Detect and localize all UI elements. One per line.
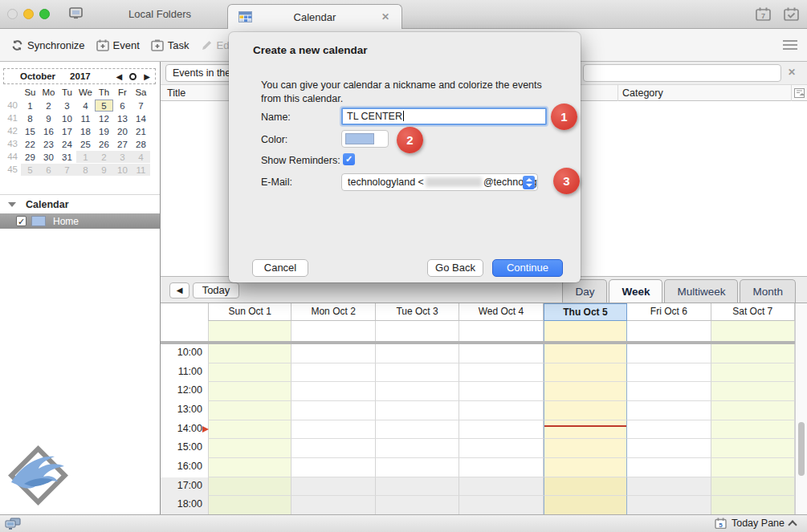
chevron-down-icon[interactable] (8, 202, 16, 207)
tasks-view-icon[interactable] (784, 7, 799, 21)
mini-cal-date[interactable]: 29 (21, 151, 39, 163)
allday-cell[interactable] (627, 321, 711, 341)
mini-cal-date[interactable]: 25 (76, 138, 95, 150)
hour-cell[interactable] (208, 401, 291, 420)
hour-cell[interactable] (208, 439, 291, 458)
hour-cell[interactable] (291, 363, 375, 383)
hour-cell[interactable] (627, 477, 711, 497)
window-zoom-button[interactable] (39, 9, 50, 19)
allday-cell[interactable] (208, 321, 291, 341)
hour-cell[interactable] (627, 458, 711, 477)
mini-cal-date[interactable]: 16 (39, 125, 58, 137)
hour-cell[interactable] (627, 439, 711, 458)
mini-cal-date[interactable]: 9 (39, 112, 58, 124)
hour-cell[interactable] (208, 420, 291, 440)
search-input[interactable] (583, 64, 781, 82)
scrollbar-thumb[interactable] (798, 422, 805, 476)
mini-cal-date[interactable]: 9 (95, 164, 113, 176)
close-icon[interactable]: ✕ (379, 10, 392, 23)
new-event-button[interactable]: Event (96, 39, 140, 51)
mini-cal-date[interactable]: 24 (58, 138, 76, 150)
next-month-icon[interactable]: ▶ (144, 72, 150, 81)
hour-cell[interactable] (711, 363, 795, 383)
hour-cell[interactable] (376, 477, 459, 497)
clear-search-icon[interactable]: ✕ (788, 67, 796, 78)
today-button[interactable]: Today (193, 282, 239, 298)
allday-cell[interactable] (459, 321, 543, 341)
mini-cal-date[interactable]: 5 (95, 99, 113, 112)
synchronize-button[interactable]: Synchronize (11, 39, 85, 51)
tab-calendar[interactable]: Calendar ✕ (227, 4, 402, 29)
window-minimize-button[interactable] (23, 9, 34, 19)
mini-cal-date[interactable]: 19 (95, 125, 113, 137)
mini-cal-date[interactable]: 5 (21, 164, 39, 176)
hour-cell[interactable] (208, 382, 291, 401)
app-menu-icon[interactable] (783, 40, 797, 50)
day-header[interactable]: Fri Oct 6 (627, 303, 711, 321)
hour-cell[interactable] (711, 420, 795, 440)
view-tab-week[interactable]: Week (609, 279, 662, 303)
hour-cell[interactable] (376, 344, 459, 363)
today-pane-toggle[interactable]: 5 Today Pane (715, 518, 796, 529)
mini-cal-date[interactable]: 3 (58, 99, 76, 112)
mini-cal-date[interactable]: 6 (39, 164, 58, 176)
view-tab-multiweek[interactable]: Multiweek (664, 279, 738, 303)
hour-cell[interactable] (459, 420, 543, 440)
continue-button[interactable]: Continue (492, 259, 563, 277)
hour-cell[interactable] (208, 477, 291, 497)
mini-cal-date[interactable]: 2 (39, 99, 58, 112)
go-back-button[interactable]: Go Back (427, 259, 483, 277)
allday-cell[interactable] (544, 321, 627, 341)
hour-cell[interactable] (459, 401, 543, 420)
window-close-button[interactable] (7, 9, 18, 19)
hour-cell[interactable] (376, 439, 459, 458)
hour-cell[interactable] (711, 496, 795, 515)
color-picker-button[interactable] (341, 130, 389, 148)
new-task-button[interactable]: Task (151, 39, 190, 51)
hour-cell[interactable] (459, 439, 543, 458)
network-status-icon[interactable] (5, 518, 22, 530)
column-title[interactable]: Title (167, 87, 185, 99)
mini-cal-date[interactable]: 26 (95, 138, 113, 150)
hour-cell[interactable] (544, 382, 627, 401)
hour-cell[interactable] (291, 401, 375, 420)
hour-cell[interactable] (544, 458, 627, 477)
mini-cal-date[interactable]: 4 (76, 99, 95, 112)
column-picker-icon[interactable] (791, 85, 807, 101)
column-category[interactable]: Category (622, 87, 663, 99)
hour-cell[interactable] (544, 363, 627, 383)
hour-cell[interactable] (544, 496, 627, 515)
hour-cell[interactable] (459, 363, 543, 383)
tab-local-folders[interactable]: Local Folders (60, 0, 225, 28)
hour-cell[interactable] (544, 401, 627, 420)
mini-cal-date[interactable]: 8 (21, 112, 39, 124)
mini-cal-date[interactable]: 18 (76, 125, 95, 137)
hour-cell[interactable] (459, 477, 543, 497)
scrollbar-track[interactable] (795, 303, 807, 515)
allday-cell[interactable] (376, 321, 459, 341)
hour-cell[interactable] (376, 458, 459, 477)
hour-cell[interactable] (459, 496, 543, 515)
mini-cal-date[interactable]: 7 (58, 164, 76, 176)
hour-cell[interactable] (459, 344, 543, 363)
hour-cell[interactable] (291, 496, 375, 515)
today-dot-icon[interactable] (129, 73, 137, 80)
hour-cell[interactable] (627, 344, 711, 363)
hour-cell[interactable] (291, 420, 375, 440)
cancel-button[interactable]: Cancel (252, 259, 308, 277)
calendar-list-item-home[interactable]: ✓ Home (0, 213, 160, 229)
hour-cell[interactable] (544, 477, 627, 497)
hour-cell[interactable] (208, 458, 291, 477)
prev-month-icon[interactable]: ◀ (116, 72, 123, 81)
allday-cell[interactable] (711, 321, 795, 341)
day-header[interactable]: Sun Oct 1 (208, 303, 291, 321)
previous-week-button[interactable]: ◀ (169, 282, 190, 298)
show-reminders-checkbox[interactable]: ✓ (343, 153, 355, 165)
mini-cal-date[interactable]: 7 (132, 99, 150, 112)
hour-cell[interactable] (711, 477, 795, 497)
mini-cal-date[interactable]: 4 (132, 151, 150, 163)
mini-cal-date[interactable]: 27 (113, 138, 132, 150)
hour-cell[interactable] (376, 420, 459, 440)
hour-cell[interactable] (711, 458, 795, 477)
calendar-checkbox[interactable]: ✓ (16, 216, 26, 226)
